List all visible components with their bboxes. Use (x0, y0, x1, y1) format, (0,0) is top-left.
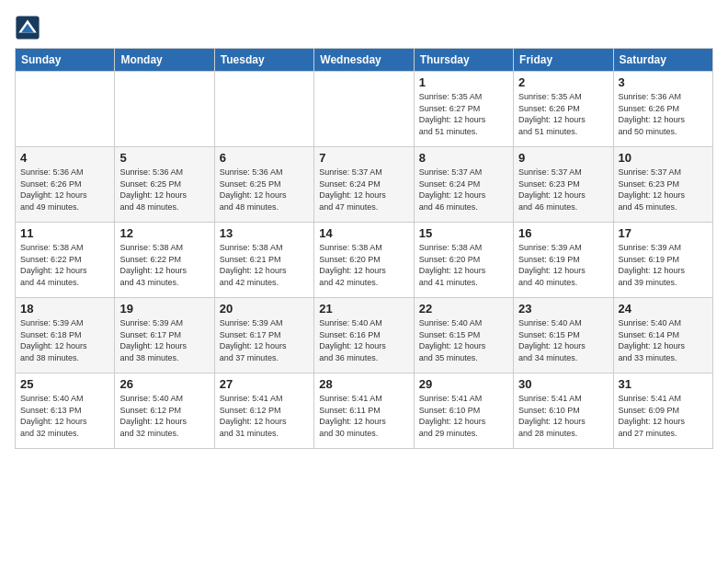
calendar-cell (214, 72, 313, 147)
weekday-header: Thursday (414, 49, 513, 72)
calendar-cell (16, 72, 115, 147)
calendar-week-row: 11Sunrise: 5:38 AM Sunset: 6:22 PM Dayli… (16, 223, 713, 298)
calendar-week-row: 25Sunrise: 5:40 AM Sunset: 6:13 PM Dayli… (16, 373, 713, 449)
day-info: Sunrise: 5:39 AM Sunset: 6:17 PM Dayligh… (119, 317, 209, 363)
day-number: 11 (20, 226, 109, 240)
calendar-cell: 17Sunrise: 5:39 AM Sunset: 6:19 PM Dayli… (613, 223, 712, 298)
calendar-cell: 18Sunrise: 5:39 AM Sunset: 6:18 PM Dayli… (16, 298, 115, 373)
day-info: Sunrise: 5:36 AM Sunset: 6:26 PM Dayligh… (20, 167, 109, 213)
day-number: 28 (319, 377, 408, 391)
day-info: Sunrise: 5:39 AM Sunset: 6:17 PM Dayligh… (220, 317, 309, 363)
calendar-week-row: 18Sunrise: 5:39 AM Sunset: 6:18 PM Dayli… (16, 298, 713, 373)
calendar-cell (115, 72, 214, 147)
calendar-week-row: 1Sunrise: 5:35 AM Sunset: 6:27 PM Daylig… (16, 72, 713, 147)
day-info: Sunrise: 5:35 AM Sunset: 6:27 PM Dayligh… (419, 91, 508, 137)
calendar-cell: 11Sunrise: 5:38 AM Sunset: 6:22 PM Dayli… (16, 223, 115, 298)
calendar-table: SundayMondayTuesdayWednesdayThursdayFrid… (15, 48, 713, 449)
calendar-cell: 8Sunrise: 5:37 AM Sunset: 6:24 PM Daylig… (414, 147, 513, 223)
weekday-header: Friday (514, 49, 613, 72)
day-number: 8 (419, 151, 508, 165)
logo-icon (15, 15, 40, 40)
day-info: Sunrise: 5:38 AM Sunset: 6:22 PM Dayligh… (119, 242, 209, 288)
day-number: 20 (220, 302, 309, 316)
day-number: 16 (518, 226, 608, 240)
calendar-cell (314, 72, 414, 147)
day-number: 5 (119, 151, 209, 165)
calendar-cell: 14Sunrise: 5:38 AM Sunset: 6:20 PM Dayli… (314, 223, 414, 298)
day-number: 29 (419, 377, 508, 391)
calendar-cell: 19Sunrise: 5:39 AM Sunset: 6:17 PM Dayli… (115, 298, 214, 373)
calendar-cell: 9Sunrise: 5:37 AM Sunset: 6:23 PM Daylig… (514, 147, 613, 223)
day-number: 6 (220, 151, 309, 165)
day-number: 25 (20, 377, 109, 391)
day-info: Sunrise: 5:41 AM Sunset: 6:10 PM Dayligh… (419, 393, 508, 439)
calendar-cell: 15Sunrise: 5:38 AM Sunset: 6:20 PM Dayli… (414, 223, 513, 298)
calendar-cell: 21Sunrise: 5:40 AM Sunset: 6:16 PM Dayli… (314, 298, 414, 373)
calendar-week-row: 4Sunrise: 5:36 AM Sunset: 6:26 PM Daylig… (16, 147, 713, 223)
day-number: 26 (119, 377, 209, 391)
day-number: 24 (619, 302, 708, 316)
day-info: Sunrise: 5:36 AM Sunset: 6:25 PM Dayligh… (119, 167, 209, 213)
day-info: Sunrise: 5:40 AM Sunset: 6:16 PM Dayligh… (319, 317, 408, 363)
calendar-cell: 12Sunrise: 5:38 AM Sunset: 6:22 PM Dayli… (115, 223, 214, 298)
day-info: Sunrise: 5:38 AM Sunset: 6:22 PM Dayligh… (20, 242, 109, 288)
calendar-cell: 10Sunrise: 5:37 AM Sunset: 6:23 PM Dayli… (613, 147, 712, 223)
day-info: Sunrise: 5:36 AM Sunset: 6:26 PM Dayligh… (619, 91, 708, 137)
day-info: Sunrise: 5:40 AM Sunset: 6:12 PM Dayligh… (119, 393, 209, 439)
day-number: 22 (419, 302, 508, 316)
day-number: 31 (619, 377, 708, 391)
day-number: 18 (20, 302, 109, 316)
day-info: Sunrise: 5:41 AM Sunset: 6:10 PM Dayligh… (518, 393, 608, 439)
day-info: Sunrise: 5:38 AM Sunset: 6:20 PM Dayligh… (419, 242, 508, 288)
calendar-cell: 28Sunrise: 5:41 AM Sunset: 6:11 PM Dayli… (314, 373, 414, 449)
day-number: 19 (119, 302, 209, 316)
day-number: 4 (20, 151, 109, 165)
calendar-cell: 16Sunrise: 5:39 AM Sunset: 6:19 PM Dayli… (514, 223, 613, 298)
day-info: Sunrise: 5:41 AM Sunset: 6:12 PM Dayligh… (220, 393, 309, 439)
day-number: 15 (419, 226, 508, 240)
day-info: Sunrise: 5:40 AM Sunset: 6:13 PM Dayligh… (20, 393, 109, 439)
calendar-cell: 24Sunrise: 5:40 AM Sunset: 6:14 PM Dayli… (613, 298, 712, 373)
weekday-header-row: SundayMondayTuesdayWednesdayThursdayFrid… (16, 49, 713, 72)
calendar-cell: 29Sunrise: 5:41 AM Sunset: 6:10 PM Dayli… (414, 373, 513, 449)
day-number: 30 (518, 377, 608, 391)
calendar-cell: 23Sunrise: 5:40 AM Sunset: 6:15 PM Dayli… (514, 298, 613, 373)
day-number: 7 (319, 151, 408, 165)
weekday-header: Sunday (16, 49, 115, 72)
calendar-cell: 6Sunrise: 5:36 AM Sunset: 6:25 PM Daylig… (214, 147, 313, 223)
calendar-cell: 1Sunrise: 5:35 AM Sunset: 6:27 PM Daylig… (414, 72, 513, 147)
calendar-cell: 26Sunrise: 5:40 AM Sunset: 6:12 PM Dayli… (115, 373, 214, 449)
day-number: 27 (220, 377, 309, 391)
weekday-header: Tuesday (214, 49, 313, 72)
weekday-header: Saturday (613, 49, 712, 72)
calendar-cell: 2Sunrise: 5:35 AM Sunset: 6:26 PM Daylig… (514, 72, 613, 147)
day-info: Sunrise: 5:41 AM Sunset: 6:09 PM Dayligh… (619, 393, 708, 439)
weekday-header: Monday (115, 49, 214, 72)
day-info: Sunrise: 5:39 AM Sunset: 6:18 PM Dayligh… (20, 317, 109, 363)
calendar-cell: 30Sunrise: 5:41 AM Sunset: 6:10 PM Dayli… (514, 373, 613, 449)
calendar-cell: 25Sunrise: 5:40 AM Sunset: 6:13 PM Dayli… (16, 373, 115, 449)
day-info: Sunrise: 5:35 AM Sunset: 6:26 PM Dayligh… (518, 91, 608, 137)
day-info: Sunrise: 5:38 AM Sunset: 6:21 PM Dayligh… (220, 242, 309, 288)
day-info: Sunrise: 5:37 AM Sunset: 6:24 PM Dayligh… (419, 167, 508, 213)
calendar-cell: 5Sunrise: 5:36 AM Sunset: 6:25 PM Daylig… (115, 147, 214, 223)
calendar-cell: 27Sunrise: 5:41 AM Sunset: 6:12 PM Dayli… (214, 373, 313, 449)
day-number: 2 (518, 75, 608, 89)
day-number: 12 (119, 226, 209, 240)
day-info: Sunrise: 5:37 AM Sunset: 6:23 PM Dayligh… (619, 167, 708, 213)
day-info: Sunrise: 5:40 AM Sunset: 6:15 PM Dayligh… (518, 317, 608, 363)
day-number: 9 (518, 151, 608, 165)
day-info: Sunrise: 5:39 AM Sunset: 6:19 PM Dayligh… (619, 242, 708, 288)
day-number: 10 (619, 151, 708, 165)
logo (15, 15, 44, 40)
page-header (15, 15, 713, 40)
day-number: 23 (518, 302, 608, 316)
day-info: Sunrise: 5:41 AM Sunset: 6:11 PM Dayligh… (319, 393, 408, 439)
day-number: 3 (619, 75, 708, 89)
calendar-cell: 3Sunrise: 5:36 AM Sunset: 6:26 PM Daylig… (613, 72, 712, 147)
day-number: 1 (419, 75, 508, 89)
calendar-cell: 4Sunrise: 5:36 AM Sunset: 6:26 PM Daylig… (16, 147, 115, 223)
day-info: Sunrise: 5:38 AM Sunset: 6:20 PM Dayligh… (319, 242, 408, 288)
day-info: Sunrise: 5:39 AM Sunset: 6:19 PM Dayligh… (518, 242, 608, 288)
day-number: 21 (319, 302, 408, 316)
